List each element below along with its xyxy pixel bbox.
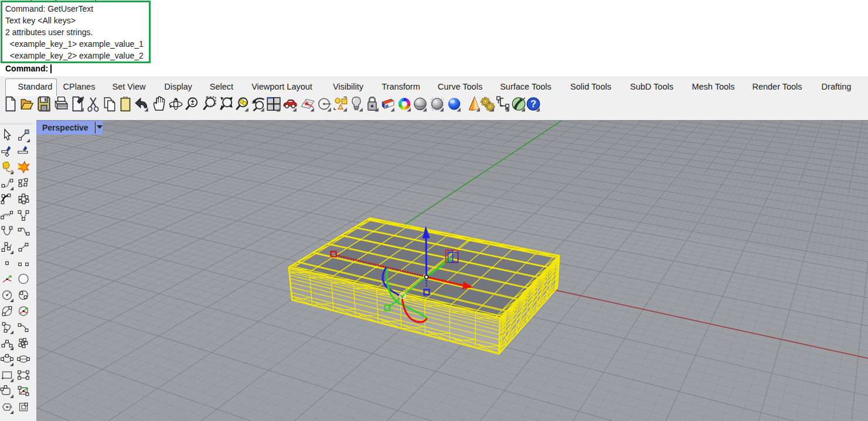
svg-text:?: ? bbox=[530, 98, 536, 109]
